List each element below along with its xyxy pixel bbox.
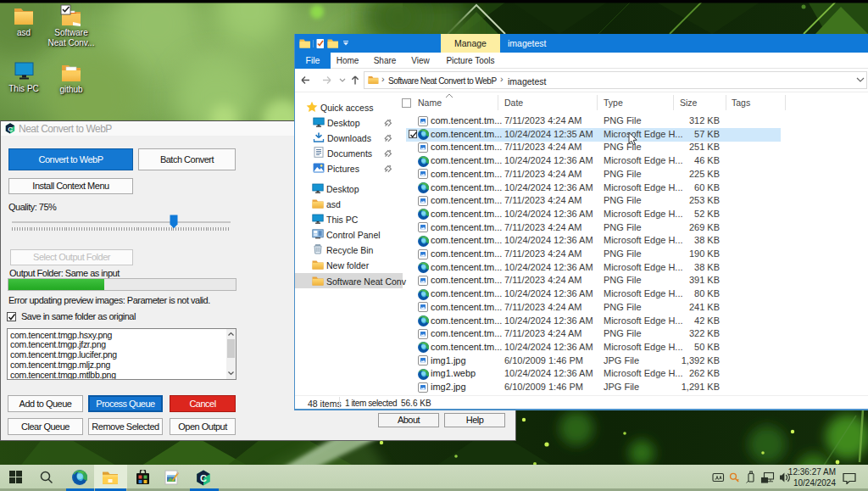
svg-text:C: C: [8, 126, 13, 133]
svg-text:C: C: [200, 473, 207, 483]
